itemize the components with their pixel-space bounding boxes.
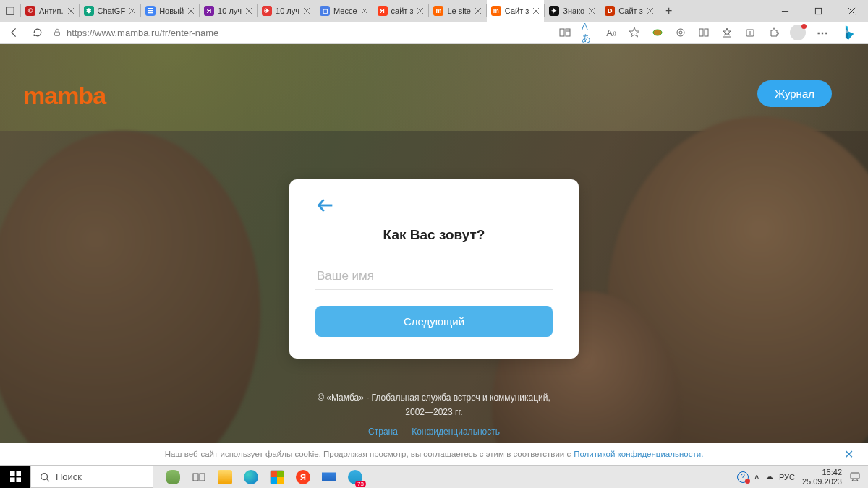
app-launcher-icon[interactable] — [558, 26, 571, 39]
action-center-icon[interactable] — [849, 471, 861, 484]
cookie-policy-link[interactable]: Политикой конфиденциальности. — [574, 450, 703, 458]
taskbar-app-animal[interactable] — [161, 466, 185, 489]
browser-tab[interactable]: mLe site — [429, 0, 485, 22]
clock-date: 25.09.2023 — [802, 477, 842, 487]
svg-rect-46 — [16, 477, 21, 482]
tray-chevron-icon[interactable]: ʌ — [754, 472, 760, 481]
svg-rect-51 — [851, 473, 859, 479]
tab-favicon: ✽ — [84, 6, 94, 16]
card-heading: Как Вас зовут? — [315, 227, 553, 243]
split-screen-icon[interactable] — [697, 26, 710, 39]
language-indicator[interactable]: РУС — [779, 473, 795, 481]
browser-tab[interactable]: Я10 луч — [200, 0, 257, 22]
tab-favicon: m — [491, 6, 501, 16]
svg-rect-0 — [7, 7, 14, 15]
svg-rect-43 — [10, 471, 15, 476]
read-aloud-icon[interactable]: A)) — [605, 26, 618, 39]
tab-favicon: ☰ — [145, 6, 156, 16]
tab-close-icon[interactable] — [588, 7, 595, 14]
browser-tab[interactable]: ✽ChatGF — [80, 0, 141, 22]
tab-favicon: Я — [378, 6, 388, 16]
tab-close-icon[interactable] — [417, 7, 424, 14]
menu-dots-icon[interactable]: ⋯ — [816, 26, 829, 39]
tab-close-icon[interactable] — [129, 7, 136, 14]
start-button[interactable] — [0, 466, 30, 488]
edge-icon[interactable] — [239, 466, 263, 489]
site-logo[interactable]: mamba — [23, 82, 106, 110]
favorite-icon[interactable] — [628, 26, 641, 39]
file-explorer-icon[interactable] — [213, 466, 237, 489]
tab-close-icon[interactable] — [532, 7, 540, 14]
tab-actions-icon[interactable] — [0, 0, 20, 22]
browser-titlebar: ©Антип.✽ChatGF☰НовыйЯ10 луч✈10 луч◻Мессе… — [0, 0, 868, 22]
tray-cloud-icon[interactable]: ☁ — [765, 472, 773, 481]
card-back-button[interactable] — [315, 195, 336, 215]
footer-copyright-2: 2002—2023 гг. — [0, 406, 868, 419]
new-tab-button[interactable]: + — [658, 0, 680, 22]
taskbar-search[interactable]: Поиск — [30, 466, 153, 488]
ms-store-icon[interactable] — [265, 466, 289, 489]
browser-tab[interactable]: mСайт з — [487, 0, 544, 22]
clock[interactable]: 15:42 25.09.2023 — [802, 468, 842, 486]
tab-label: 10 луч — [218, 7, 242, 15]
translate-icon[interactable]: Aあ — [582, 26, 595, 39]
task-view-icon[interactable] — [187, 466, 211, 489]
tab-label: Сайт з — [618, 7, 642, 15]
browser-tab[interactable]: Ясайт з — [373, 0, 429, 22]
cookie-close-icon[interactable]: ✕ — [844, 448, 854, 461]
svg-rect-27 — [55, 32, 60, 35]
footer-link-privacy[interactable]: Конфиденциальность — [412, 427, 500, 437]
extensions-icon[interactable] — [767, 26, 780, 39]
footer-link-country[interactable]: Страна — [368, 427, 398, 437]
close-window-button[interactable] — [835, 0, 868, 22]
svg-point-47 — [41, 473, 48, 479]
tab-close-icon[interactable] — [361, 7, 368, 14]
browser-tab[interactable]: ✦Знако — [545, 0, 600, 22]
tab-favicon: D — [605, 6, 615, 16]
tab-close-icon[interactable] — [187, 7, 195, 14]
svg-rect-49 — [193, 474, 198, 481]
tab-close-icon[interactable] — [475, 7, 482, 14]
back-button[interactable] — [6, 24, 23, 41]
tab-close-icon[interactable] — [647, 7, 654, 14]
favorites-list-icon[interactable] — [720, 26, 733, 39]
journal-button[interactable]: Журнал — [757, 80, 832, 107]
browser-tab[interactable]: ©Антип. — [21, 0, 79, 22]
mail-icon[interactable] — [317, 466, 341, 489]
tab-label: Сайт з — [505, 7, 529, 15]
clock-time: 15:42 — [802, 468, 842, 477]
svg-marker-31 — [629, 27, 639, 37]
tab-close-icon[interactable] — [67, 7, 75, 14]
collections-icon[interactable] — [744, 26, 757, 39]
tab-label: Знако — [563, 7, 584, 15]
extension-gear-icon[interactable] — [674, 26, 687, 39]
svg-rect-50 — [200, 474, 205, 481]
enter-name-card: Как Вас зовут? Следующий — [289, 179, 579, 359]
svg-rect-45 — [10, 477, 15, 482]
address-bar: https://www.mamba.ru/fr/enter-name Aあ A)… — [0, 22, 868, 44]
telegram-icon[interactable]: 73 — [343, 466, 367, 489]
browser-tab[interactable]: ✈10 луч — [258, 0, 315, 22]
system-tray: ? ʌ ☁ РУС 15:42 25.09.2023 — [737, 466, 868, 488]
svg-rect-28 — [560, 29, 564, 36]
profile-avatar[interactable] — [790, 25, 806, 40]
tab-label: сайт з — [391, 7, 414, 15]
name-input[interactable] — [315, 263, 553, 290]
tab-favicon: m — [433, 6, 443, 16]
refresh-button[interactable] — [29, 24, 46, 41]
next-button[interactable]: Следующий — [315, 306, 553, 337]
browser-tab[interactable]: ◻Мессе — [315, 0, 373, 22]
maximize-button[interactable] — [801, 0, 835, 22]
tab-close-icon[interactable] — [245, 7, 252, 14]
copilot-icon[interactable] — [839, 23, 858, 42]
tray-help-icon[interactable]: ? — [737, 471, 749, 483]
adblock-icon[interactable] — [651, 26, 664, 39]
minimize-button[interactable] — [768, 0, 801, 22]
url-text: https://www.mamba.ru/fr/enter-name — [67, 27, 218, 38]
tab-close-icon[interactable] — [303, 7, 310, 14]
search-icon — [40, 472, 50, 482]
yandex-icon[interactable]: Я — [291, 466, 315, 489]
url-box[interactable]: https://www.mamba.ru/fr/enter-name — [52, 27, 553, 38]
browser-tab[interactable]: ☰Новый — [141, 0, 199, 22]
browser-tab[interactable]: DСайт з — [600, 0, 658, 22]
